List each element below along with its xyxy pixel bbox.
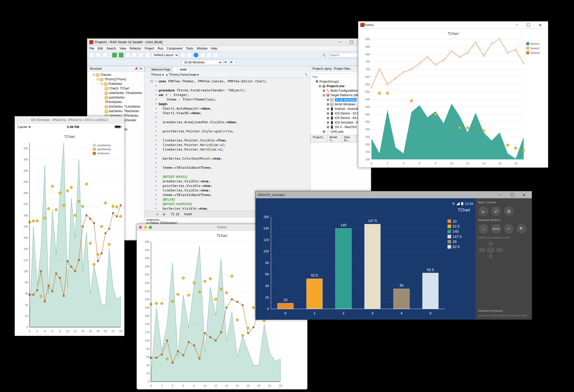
android-screen[interactable]: 36 12:29 TChart 020406080100120140160100… bbox=[256, 198, 476, 320]
android-statusbar: 36 12:29 bbox=[258, 201, 473, 206]
svg-point-81 bbox=[51, 185, 54, 188]
close-button[interactable] bbox=[518, 191, 530, 198]
toolbar-stop-button[interactable] bbox=[132, 53, 137, 58]
toolbar-save-button[interactable] bbox=[96, 53, 101, 58]
toolbar-mail-button[interactable] bbox=[200, 53, 205, 58]
toolbar-button[interactable] bbox=[207, 53, 212, 58]
toolbar-open-button[interactable] bbox=[89, 53, 94, 58]
svg-rect-335 bbox=[448, 219, 451, 223]
svg-rect-51 bbox=[33, 294, 34, 296]
pin-icon[interactable]: 📌 bbox=[134, 67, 138, 70]
toolbar-info-button[interactable] bbox=[193, 53, 198, 58]
minimize-button[interactable] bbox=[495, 191, 506, 198]
menu-project[interactable]: Project bbox=[145, 47, 154, 50]
toolbar-button[interactable] bbox=[180, 53, 185, 58]
menu-file[interactable]: File bbox=[89, 47, 94, 50]
menu-tools[interactable]: Tools bbox=[186, 47, 193, 50]
svg-point-180 bbox=[514, 147, 517, 149]
maximize-button[interactable] bbox=[506, 191, 518, 198]
dpad-down[interactable] bbox=[488, 254, 493, 259]
minimize-button[interactable] bbox=[334, 39, 346, 46]
svg-point-173 bbox=[386, 92, 389, 94]
back-button[interactable]: ↶ bbox=[503, 224, 514, 234]
menu-component[interactable]: Component bbox=[167, 47, 183, 50]
svg-point-94 bbox=[100, 225, 103, 228]
maximize-button[interactable] bbox=[346, 39, 357, 46]
toolbar-stepinto-button[interactable] bbox=[145, 53, 150, 58]
tab-project[interactable]: Project1... bbox=[311, 135, 328, 142]
svg-text:6: 6 bbox=[419, 162, 420, 165]
svg-text:60: 60 bbox=[265, 272, 269, 276]
editor-tab[interactable]: 📄 Unit1 bbox=[173, 67, 190, 72]
android-titlebar[interactable]: 5554:RX_emulator bbox=[256, 191, 532, 198]
svg-text:1: 1 bbox=[314, 311, 316, 315]
editor-breadcrumb[interactable]: 📄 TForm1 ▾ ▸ TForm1.FormCreate ▾ 🔧 bbox=[144, 72, 310, 78]
menu-window[interactable]: Window bbox=[197, 47, 208, 50]
volume-up-button[interactable]: 🔊 bbox=[491, 206, 501, 216]
structure-item[interactable]: areaSeries: TAreaSeries bbox=[105, 91, 143, 95]
dpad-center[interactable] bbox=[486, 247, 495, 253]
power-button[interactable]: ⏻ bbox=[503, 206, 514, 216]
minimize-button[interactable] bbox=[511, 21, 523, 29]
svg-rect-158 bbox=[419, 62, 420, 64]
svg-text:52.5: 52.5 bbox=[453, 224, 460, 228]
structure-item[interactable]: Chart1: TChart bbox=[105, 86, 143, 91]
structure-item[interactable]: pointSeries: TPointSeries bbox=[105, 95, 143, 104]
toolbar-button[interactable] bbox=[187, 53, 192, 58]
structure-item[interactable]: lineSeries: TLineSeries bbox=[105, 104, 143, 109]
search-button[interactable]: 🔍 bbox=[516, 224, 527, 234]
toolbar-run-button[interactable] bbox=[112, 53, 117, 58]
menu-view[interactable]: View bbox=[120, 47, 126, 50]
menu-button[interactable]: MENU bbox=[491, 224, 501, 234]
structure-item[interactable]: barSeries: TBarSeries bbox=[105, 109, 143, 113]
svg-text:160: 160 bbox=[145, 314, 149, 317]
home-button[interactable]: ⌂ bbox=[478, 224, 489, 234]
android-emulator-window: 5554:RX_emulator 36 12:29 TChart 0204060… bbox=[255, 191, 532, 320]
toolbar-run-nodebug-button[interactable] bbox=[119, 53, 124, 58]
tab-data[interactable]: Data Ex... bbox=[342, 135, 356, 142]
menu-run[interactable]: Run bbox=[158, 47, 163, 50]
close-button[interactable] bbox=[534, 21, 546, 29]
svg-text:8: 8 bbox=[59, 330, 61, 333]
dpad-left[interactable] bbox=[478, 248, 486, 253]
menu-edit[interactable]: Edit bbox=[98, 47, 103, 50]
layout-combo[interactable]: Default Layout bbox=[151, 53, 179, 58]
svg-text:850: 850 bbox=[365, 45, 370, 48]
toolbar-pause-button[interactable] bbox=[125, 53, 130, 58]
tab-model[interactable]: Model V... bbox=[327, 135, 342, 142]
close-icon[interactable]: ✕ bbox=[140, 67, 142, 70]
ios-sim-title[interactable]: iOS Simulator - iPhone 5s - iPhone 5s / … bbox=[15, 116, 124, 124]
editor-tab[interactable]: 📄 Welcome Page bbox=[144, 67, 173, 72]
menu-refactor[interactable]: Refactor bbox=[130, 47, 141, 50]
toolbar-saveall-button[interactable] bbox=[102, 53, 107, 58]
svg-text:200: 200 bbox=[24, 214, 28, 217]
svg-text:60: 60 bbox=[146, 355, 149, 358]
dpad-up[interactable] bbox=[488, 241, 493, 246]
ide-titlebar[interactable]: Project1 - RAD Studio 10 Seattle - Unit1… bbox=[87, 39, 371, 46]
maximize-button[interactable] bbox=[523, 21, 534, 29]
menu-search[interactable]: Search bbox=[106, 47, 116, 50]
svg-point-266 bbox=[171, 300, 174, 303]
svg-point-86 bbox=[70, 186, 73, 189]
menu-help[interactable]: Help bbox=[211, 47, 217, 50]
dpad-right[interactable] bbox=[496, 248, 503, 253]
svg-text:250: 250 bbox=[365, 135, 370, 138]
svg-rect-315 bbox=[277, 303, 293, 309]
platform-combo[interactable]: 32-bit Windows bbox=[182, 60, 222, 65]
svg-point-283 bbox=[263, 320, 266, 322]
volume-down-button[interactable]: 🔈 bbox=[478, 206, 489, 216]
svg-point-263 bbox=[155, 302, 158, 305]
svg-point-273 bbox=[209, 278, 212, 280]
toolbar-stepover-button[interactable] bbox=[138, 53, 143, 58]
emulator-side-controls: Basic Controls 🔈 🔊 ⏻ Hardware Buttons ⌂ … bbox=[476, 198, 532, 320]
overflow-icon[interactable]: 🔧 bbox=[304, 73, 308, 77]
toolbar-button[interactable] bbox=[213, 53, 218, 58]
svg-text:120: 120 bbox=[24, 259, 28, 262]
svg-rect-65 bbox=[86, 215, 87, 216]
svg-rect-249 bbox=[215, 340, 216, 341]
win-form1-titlebar[interactable]: Form1 bbox=[358, 21, 548, 29]
svg-point-87 bbox=[74, 214, 76, 217]
svg-text:Series1: Series1 bbox=[530, 42, 540, 45]
svg-text:147.5: 147.5 bbox=[368, 219, 377, 223]
svg-rect-152 bbox=[371, 86, 372, 88]
